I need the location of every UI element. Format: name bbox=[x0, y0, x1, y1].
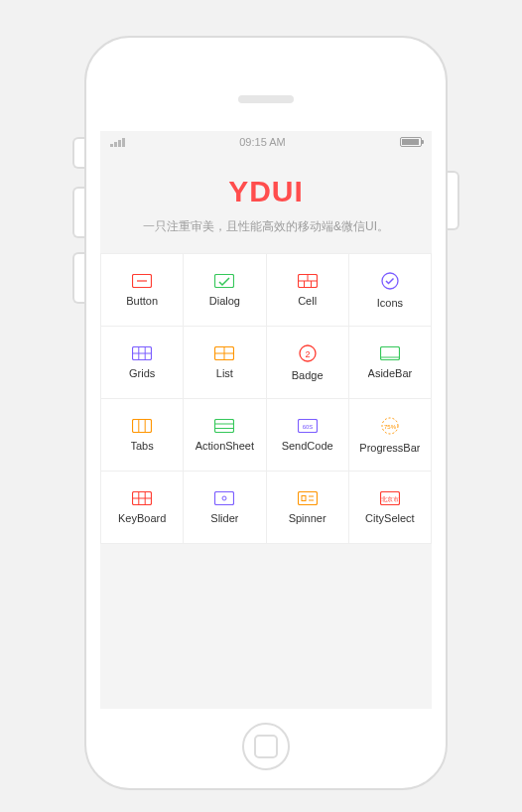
grids-icon bbox=[132, 346, 152, 360]
grid-item-label: Tabs bbox=[131, 440, 154, 452]
svg-text:2: 2 bbox=[305, 348, 310, 358]
grid-item-button[interactable]: Button bbox=[101, 254, 184, 327]
grid-item-label: Slider bbox=[210, 512, 238, 524]
svg-rect-34 bbox=[215, 491, 234, 504]
grid-item-dialog[interactable]: Dialog bbox=[184, 254, 266, 327]
grid-item-label: Dialog bbox=[209, 295, 240, 307]
svg-text:北京市: 北京市 bbox=[381, 494, 399, 501]
battery-fill bbox=[402, 139, 419, 145]
actionsheet-icon bbox=[214, 419, 234, 433]
grid-item-label: Badge bbox=[292, 369, 324, 381]
grid-item-label: ActionSheet bbox=[196, 440, 254, 452]
phone-frame: 09:15 AM YDUI 一只注重审美，且性能高效的移动端&微信UI。 But… bbox=[84, 36, 448, 790]
phone-home-button[interactable] bbox=[242, 723, 290, 770]
grid-item-label: List bbox=[216, 367, 233, 379]
grid-item-label: SendCode bbox=[282, 440, 333, 452]
grid-item-label: Icons bbox=[377, 297, 403, 309]
grid-item-grids[interactable]: Grids bbox=[101, 327, 184, 399]
grid-item-label: Spinner bbox=[289, 512, 326, 524]
app-screen: 09:15 AM YDUI 一只注重审美，且性能高效的移动端&微信UI。 But… bbox=[100, 131, 432, 709]
grid-item-label: AsideBar bbox=[368, 367, 413, 379]
grid-item-label: CitySelect bbox=[365, 512, 415, 524]
grid-item-cell[interactable]: Cell bbox=[267, 254, 349, 327]
badge-icon: 2 bbox=[299, 344, 317, 362]
list-icon bbox=[214, 346, 234, 360]
grid-item-label: Grids bbox=[129, 367, 155, 379]
dialog-icon bbox=[214, 274, 234, 288]
cell-icon bbox=[298, 274, 318, 288]
grid-item-actionsheet[interactable]: ActionSheet bbox=[184, 399, 266, 472]
spinner-icon bbox=[298, 491, 318, 505]
svg-rect-18 bbox=[380, 346, 399, 359]
grid-item-progressbar[interactable]: 75%ProgressBar bbox=[349, 399, 432, 472]
svg-point-35 bbox=[222, 496, 226, 500]
phone-power-button bbox=[448, 171, 459, 230]
grid-item-cityselect[interactable]: 北京市CitySelect bbox=[349, 472, 432, 544]
grid-item-list[interactable]: List bbox=[184, 327, 266, 399]
grid-item-label: KeyBoard bbox=[118, 512, 166, 524]
grid-item-label: ProgressBar bbox=[359, 442, 420, 454]
svg-rect-2 bbox=[215, 274, 234, 287]
phone-mute-switch bbox=[72, 137, 84, 169]
status-bar: 09:15 AM bbox=[100, 131, 432, 153]
svg-rect-20 bbox=[133, 419, 152, 432]
status-time: 09:15 AM bbox=[125, 136, 400, 148]
grid-item-keyboard[interactable]: KeyBoard bbox=[101, 472, 184, 544]
phone-volume-down bbox=[72, 252, 84, 304]
sendcode-icon: 60S bbox=[298, 419, 318, 433]
grid-item-label: Cell bbox=[298, 295, 317, 307]
slider-icon bbox=[214, 491, 234, 505]
page-subtitle: 一只注重审美，且性能高效的移动端&微信UI。 bbox=[114, 218, 418, 235]
svg-text:60S: 60S bbox=[302, 424, 313, 430]
button-icon bbox=[132, 274, 152, 288]
grid-item-asidebar[interactable]: AsideBar bbox=[349, 327, 432, 399]
page-title: YDUI bbox=[114, 175, 418, 208]
check-circle-icon bbox=[381, 272, 399, 290]
svg-rect-23 bbox=[215, 419, 234, 432]
grid-item-icons[interactable]: Icons bbox=[349, 254, 432, 327]
tabs-icon bbox=[132, 419, 152, 433]
grid-item-slider[interactable]: Slider bbox=[184, 472, 266, 544]
cityselect-icon: 北京市 bbox=[380, 491, 400, 505]
phone-speaker bbox=[238, 95, 294, 103]
grid-item-sendcode[interactable]: 60SSendCode bbox=[267, 399, 349, 472]
svg-text:75%: 75% bbox=[384, 423, 397, 429]
asidebar-icon bbox=[380, 346, 400, 360]
grid-item-badge[interactable]: 2Badge bbox=[267, 327, 349, 399]
grid-item-spinner[interactable]: Spinner bbox=[267, 472, 349, 544]
hero: YDUI 一只注重审美，且性能高效的移动端&微信UI。 bbox=[100, 153, 432, 253]
phone-volume-up bbox=[72, 187, 84, 238]
grid-item-label: Button bbox=[126, 295, 158, 307]
component-grid: ButtonDialogCellIconsGridsList2BadgeAsid… bbox=[100, 253, 432, 544]
svg-rect-36 bbox=[298, 491, 317, 504]
keyboard-icon bbox=[132, 491, 152, 505]
svg-rect-37 bbox=[302, 495, 306, 500]
battery-icon bbox=[400, 137, 422, 147]
signal-icon bbox=[110, 138, 125, 147]
grid-item-tabs[interactable]: Tabs bbox=[101, 399, 184, 472]
progress-icon: 75% bbox=[381, 417, 399, 435]
